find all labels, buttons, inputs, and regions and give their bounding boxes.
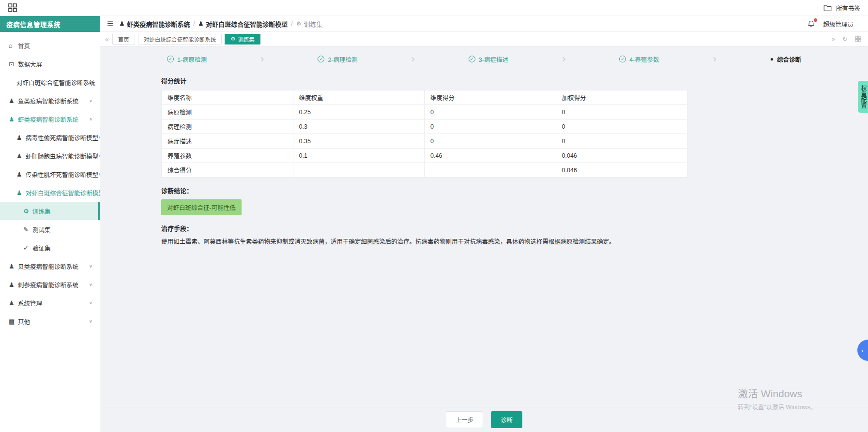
tabbar-controls: » ↻ bbox=[832, 35, 863, 43]
table-cell: 0.25 bbox=[293, 105, 425, 119]
divider bbox=[815, 4, 815, 12]
score-stats-title: 得分统计 bbox=[161, 76, 868, 85]
table-row: 病原检测0.2500 bbox=[162, 105, 687, 119]
main-column: ☰ ♟虾类疫病智能诊断系统/♟对虾白斑综合征智能诊断模型/⚙训练集 超级管理员 … bbox=[100, 16, 868, 432]
tabs: 首页对虾白斑综合征智能诊断系统⚙训练集 bbox=[112, 34, 260, 45]
previous-step-button[interactable]: 上一步 bbox=[446, 411, 484, 428]
screen: 所有书签 疫病信息管理系统 ⌂首页⊡数据大屏对虾白斑综合征智能诊断系统♟鱼类疫病… bbox=[0, 0, 868, 432]
diagnosis-result-badge: 对虾白斑综合征-可能性低 bbox=[161, 199, 242, 215]
sidebar-item-label: 验证集 bbox=[32, 243, 51, 253]
tab-label: 首页 bbox=[118, 35, 129, 43]
module-icon: ♟ bbox=[16, 171, 26, 178]
wizard-step[interactable]: ✓4-养殖参数 bbox=[619, 55, 659, 64]
step-check-circle-icon: ✓ bbox=[167, 56, 174, 62]
train-icon: ⚙ bbox=[23, 208, 32, 215]
wizard-step[interactable]: ✓1-病原检测 bbox=[167, 55, 207, 64]
step-label: 2-病理检测 bbox=[328, 55, 357, 64]
module-icon: ♟ bbox=[9, 281, 18, 288]
breadcrumb-label: 虾类疫病智能诊断系统 bbox=[127, 19, 190, 29]
breadcrumb-item[interactable]: ⚙训练集 bbox=[296, 19, 323, 29]
sidebar-item-label: 首页 bbox=[18, 41, 30, 50]
sidebar-item[interactable]: ♟虾类疫病智能诊断系统∧ bbox=[0, 110, 100, 128]
all-bookmarks-label[interactable]: 所有书签 bbox=[836, 3, 860, 13]
table-cell: 0 bbox=[556, 134, 687, 149]
diagnose-button[interactable]: 诊断 bbox=[491, 411, 522, 428]
breadcrumb-item[interactable]: ♟对虾白斑综合征智能诊断模型 bbox=[198, 19, 288, 29]
tab-label: 训练集 bbox=[238, 35, 255, 43]
screen-icon: ⊡ bbox=[9, 60, 18, 68]
notification-badge bbox=[814, 18, 817, 22]
table-cell: 0 bbox=[556, 119, 687, 134]
wizard-step[interactable]: ●综合诊断 bbox=[770, 55, 801, 64]
chevron-down-icon: ∨ bbox=[98, 172, 100, 176]
sidebar-item[interactable]: ♟对虾白斑综合征智能诊断模型∧ bbox=[0, 183, 100, 202]
hamburger-menu-icon[interactable]: ☰ bbox=[107, 19, 113, 28]
content-area: ✓1-病原检测›✓2-病理检测›✓3-病症描述›✓4-养殖参数›●综合诊断 得分… bbox=[100, 46, 868, 432]
table-cell: 0 bbox=[425, 119, 556, 134]
notification-bell-icon[interactable] bbox=[807, 20, 815, 28]
table-cell: 病症描述 bbox=[162, 134, 293, 149]
sidebar-item[interactable]: ♟鱼类疫病智能诊断系统∨ bbox=[0, 91, 100, 110]
refresh-icon[interactable]: ↻ bbox=[842, 35, 848, 43]
table-row: 病症描述0.3500 bbox=[162, 134, 687, 149]
sidebar-item[interactable]: ♟系统管理∨ bbox=[0, 294, 100, 312]
tab[interactable]: 对虾白斑综合征智能诊断系统 bbox=[138, 34, 222, 45]
sidebar-item[interactable]: ⊡数据大屏 bbox=[0, 55, 100, 73]
sidebar-item[interactable]: ⌂首页 bbox=[0, 36, 100, 55]
apps-grid-icon[interactable] bbox=[8, 3, 17, 13]
sidebar-item-label: 刺参疫病智能诊断系统 bbox=[18, 280, 78, 289]
module-icon: ♟ bbox=[16, 189, 26, 196]
sidebar-item[interactable]: ⚙训练集 bbox=[0, 202, 100, 220]
sidebar-item[interactable]: ♟刺参疫病智能诊断系统∨ bbox=[0, 275, 100, 294]
train-icon: ⚙ bbox=[296, 20, 302, 27]
table-cell: 0.46 bbox=[425, 149, 556, 163]
sidebar-item-label: 测试集 bbox=[32, 225, 51, 234]
step-check-circle-icon: ✓ bbox=[318, 56, 324, 62]
browser-bookmarks-bar: 所有书签 bbox=[0, 0, 868, 16]
breadcrumb-separator: / bbox=[291, 20, 292, 27]
step-current-dot-icon: ● bbox=[770, 56, 774, 62]
table-row: 综合得分0.046 bbox=[162, 163, 687, 178]
table-cell bbox=[425, 163, 556, 178]
sidebar-item[interactable]: ✓验证集 bbox=[0, 238, 100, 257]
chevron-down-icon: ∨ bbox=[89, 282, 92, 286]
table-row: 病理检测0.300 bbox=[162, 119, 687, 134]
breadcrumb-item[interactable]: ♟虾类疫病智能诊断系统 bbox=[119, 19, 190, 29]
sidebar-item[interactable]: ♟传染性肌坏死智能诊断模型∨ bbox=[0, 165, 100, 183]
tab[interactable]: ⚙训练集 bbox=[225, 34, 260, 45]
wizard-step[interactable]: ✓2-病理检测 bbox=[318, 55, 357, 64]
sidebar-item[interactable]: ✎测试集 bbox=[0, 220, 100, 238]
tabs-scroll-right-icon[interactable]: » bbox=[832, 35, 835, 43]
wizard-steps: ✓1-病原检测›✓2-病理检测›✓3-病症描述›✓4-养殖参数›●综合诊断 bbox=[100, 46, 868, 64]
wizard-step[interactable]: ✓3-病症描述 bbox=[469, 55, 508, 64]
module-icon: ♟ bbox=[198, 20, 204, 27]
module-icon: ♟ bbox=[9, 263, 18, 270]
sidebar-item[interactable]: 对虾白斑综合征智能诊断系统 bbox=[0, 73, 100, 91]
tabs-scroll-left-icon[interactable]: « bbox=[105, 35, 109, 43]
chevron-down-icon: ∨ bbox=[89, 300, 92, 305]
layout-grid-icon[interactable] bbox=[855, 36, 861, 42]
sidebar-item-label: 病毒性偷死病智能诊断模型 bbox=[26, 133, 98, 142]
chevron-down-icon: ∨ bbox=[98, 153, 100, 158]
check-icon: ✓ bbox=[23, 244, 32, 252]
app-title: 疫病信息管理系统 bbox=[0, 16, 100, 32]
breadcrumb-separator: / bbox=[193, 20, 195, 27]
step-arrow-icon: › bbox=[713, 54, 716, 64]
sidebar-item[interactable]: ▤其他∨ bbox=[0, 312, 100, 330]
step-arrow-icon: › bbox=[562, 54, 565, 64]
tab[interactable]: 首页 bbox=[112, 34, 135, 45]
table-cell: 0.046 bbox=[556, 163, 687, 178]
sidebar-item[interactable]: ♟贝类疫病智能诊断系统∨ bbox=[0, 257, 100, 275]
user-menu[interactable]: 超级管理员 bbox=[823, 19, 853, 29]
breadcrumb-label: 对虾白斑综合征智能诊断模型 bbox=[206, 19, 288, 29]
table-row: 养殖参数0.10.460.046 bbox=[162, 149, 687, 163]
sidebar-item[interactable]: ♟病毒性偷死病智能诊断模型∨ bbox=[0, 128, 100, 147]
table-cell: 养殖参数 bbox=[162, 149, 293, 163]
weight-config-drawer-button[interactable]: 权重配置 bbox=[858, 81, 868, 113]
table-header-cell: 加权得分 bbox=[556, 90, 687, 105]
table-cell: 0.3 bbox=[293, 119, 425, 134]
box-icon: ▤ bbox=[9, 318, 18, 325]
sidebar-item[interactable]: ♟虾肝肠胞虫病智能诊断模型∨ bbox=[0, 147, 100, 165]
table-cell: 病原检测 bbox=[162, 105, 293, 119]
table-cell: 综合得分 bbox=[162, 163, 293, 178]
